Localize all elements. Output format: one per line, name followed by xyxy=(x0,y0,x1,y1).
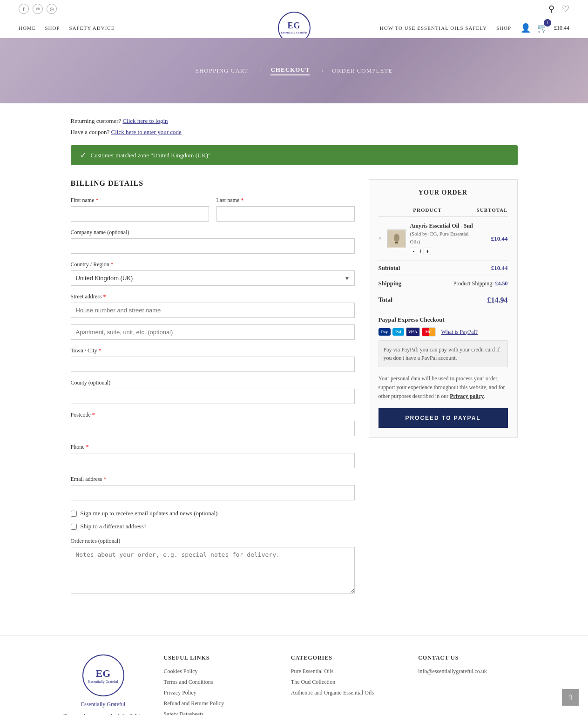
login-link[interactable]: Click here to login xyxy=(122,117,168,124)
nav-shop[interactable]: SHOP xyxy=(45,25,60,31)
footer-cat-oud[interactable]: The Oud Collection xyxy=(291,679,399,686)
qty-increase-button[interactable]: + xyxy=(424,248,431,255)
qty-decrease-button[interactable]: - xyxy=(410,248,417,255)
breadcrumb-arrow-2: → xyxy=(317,67,324,75)
footer-email[interactable]: info@essentiallygrateful.co.uk xyxy=(418,668,527,675)
facebook-icon[interactable]: f xyxy=(19,4,29,14)
email-input[interactable] xyxy=(71,485,355,500)
footer-safety[interactable]: Safety Datasheets xyxy=(164,711,272,715)
footer-terms[interactable]: Terms and Conditions xyxy=(164,679,272,686)
footer-contact: CONTACT US info@essentiallygrateful.co.u… xyxy=(418,654,527,679)
returning-line: Returning customer? Click here to login xyxy=(71,117,518,125)
top-bar-right: ⚲ ♡ xyxy=(548,4,569,14)
user-icon[interactable]: 👤 xyxy=(520,23,531,33)
cart-price: £10.44 xyxy=(554,25,569,32)
proceed-to-paypal-button[interactable]: PROCEED TO PAYPAL xyxy=(378,408,508,428)
subtotal-label: Subtotal xyxy=(378,264,400,272)
wishlist-icon[interactable]: ♡ xyxy=(562,4,569,14)
footer-cat-pure[interactable]: Pure Essential Oils xyxy=(291,668,399,675)
paypal-what-link[interactable]: What is PayPal? xyxy=(441,329,478,336)
footer-cat-organic[interactable]: Authentic and Organic Essential Oils xyxy=(291,689,399,696)
last-name-label: Last name * xyxy=(216,197,355,204)
county-input[interactable] xyxy=(71,389,355,404)
postcode-label: Postcode * xyxy=(71,411,355,418)
total-value: £14.94 xyxy=(487,296,508,304)
nav-safety[interactable]: SAFETY ADVICE xyxy=(69,25,115,31)
footer-refund[interactable]: Refund and Returns Policy xyxy=(164,700,272,707)
order-summary: YOUR ORDER PRODUCT SUBTOTAL × xyxy=(369,179,518,438)
total-label: Total xyxy=(378,297,393,304)
cart-badge: 1 xyxy=(544,19,551,27)
nav-home[interactable]: HOME xyxy=(19,25,35,31)
mastercard-logo: MC xyxy=(422,327,436,337)
nav-shop-right[interactable]: SHOP xyxy=(496,25,511,31)
email-icon[interactable]: ✉ xyxy=(33,4,43,14)
product-meta: (Sold by: EG, Pure Essential Oils) xyxy=(410,230,476,245)
product-thumbnail xyxy=(387,229,406,248)
notes-textarea[interactable] xyxy=(71,547,355,594)
privacy-policy-link[interactable]: Privacy policy xyxy=(450,393,484,399)
town-input[interactable] xyxy=(71,357,355,372)
footer-brand-name: Essentially Grateful xyxy=(61,701,145,708)
footer-cookies[interactable]: Cookies Policy xyxy=(164,668,272,675)
main-content: Returning customer? Click here to login … xyxy=(61,103,527,607)
hero-banner: SHOPPING CART → CHECKOUT → ORDER COMPLET… xyxy=(0,38,588,103)
subtotal-row: Subtotal £10.44 xyxy=(378,261,508,276)
country-select[interactable]: United Kingdom (UK) xyxy=(71,270,355,286)
nav-how-to[interactable]: HOW TO USE ESSENTIAL OILS SAFELY xyxy=(380,25,487,31)
back-to-top-button[interactable]: ⇧ xyxy=(562,689,579,706)
footer: EG Essentially Grateful Essentially Grat… xyxy=(0,635,588,715)
order-title: YOUR ORDER xyxy=(378,189,508,196)
newsletter-checkbox[interactable] xyxy=(71,511,77,517)
paypal-title: Paypal Express Checkout xyxy=(378,316,508,324)
ship-different-label[interactable]: Ship to a different address? xyxy=(81,523,147,530)
social-links: f ✉ ◎ xyxy=(19,4,57,14)
postcode-input[interactable] xyxy=(71,421,355,436)
footer-privacy[interactable]: Privacy Policy xyxy=(164,689,272,696)
paypal-logos: Pay Pal VISA MC What is PayPal? xyxy=(378,327,508,337)
newsletter-label[interactable]: Sign me up to receive email updates and … xyxy=(81,510,218,517)
breadcrumb-shopping-cart[interactable]: SHOPPING CART xyxy=(196,67,249,74)
nav-left: HOME SHOP SAFETY ADVICE xyxy=(19,25,115,31)
company-label: Company name (optional) xyxy=(71,229,355,236)
notes-label: Order notes (optional) xyxy=(71,538,355,545)
coupon-link[interactable]: Click here to enter your code xyxy=(111,128,182,135)
first-name-group: First name * xyxy=(71,197,209,222)
useful-links-title: USEFUL LINKS xyxy=(164,654,272,661)
paypal-logo: Pay xyxy=(378,328,391,336)
footer-logo: EG Essentially Grateful xyxy=(82,654,124,696)
footer-logo-col: EG Essentially Grateful Essentially Grat… xyxy=(61,654,145,715)
first-name-input[interactable] xyxy=(71,206,209,222)
search-icon[interactable]: ⚲ xyxy=(548,4,554,14)
product-header: PRODUCT xyxy=(378,203,477,217)
svg-point-1 xyxy=(394,234,399,242)
coupon-line: Have a coupon? Click here to enter your … xyxy=(71,128,518,136)
breadcrumb-checkout[interactable]: CHECKOUT xyxy=(270,66,310,75)
instagram-icon[interactable]: ◎ xyxy=(47,4,57,14)
paypal-logo-2: Pal xyxy=(392,328,404,336)
cart-icon[interactable]: 🛒 1 xyxy=(537,23,547,33)
remove-item-button[interactable]: × xyxy=(378,235,382,243)
product-info: Amyris Essential Oil - 5ml (Sold by: EG,… xyxy=(410,222,476,256)
product-cell: × Amyris Essential Oil - 5ml xyxy=(378,222,477,256)
footer-tagline: Please make sure you check the Safety Ad… xyxy=(61,712,145,715)
nav-right: HOW TO USE ESSENTIAL OILS SAFELY SHOP 👤 … xyxy=(380,23,569,33)
personal-data-text: Your personal data will be used to proce… xyxy=(378,374,508,401)
country-label: Country / Region * xyxy=(71,261,355,268)
svg-rect-2 xyxy=(395,242,398,243)
product-name: Amyris Essential Oil - 5ml xyxy=(410,222,476,230)
contact-title: CONTACT US xyxy=(418,654,527,661)
phone-input[interactable] xyxy=(71,453,355,468)
street-input[interactable] xyxy=(71,303,355,318)
subtotal-header: SUBTOTAL xyxy=(477,203,508,217)
header-icons: 👤 🛒 1 £10.44 xyxy=(520,23,569,33)
county-label: County (optional) xyxy=(71,379,355,386)
product-row: × Amyris Essential Oil - 5ml xyxy=(378,217,508,261)
last-name-input[interactable] xyxy=(216,206,355,222)
header: HOME SHOP SAFETY ADVICE EG Essentially G… xyxy=(0,18,588,38)
ship-different-checkbox[interactable] xyxy=(71,524,77,530)
breadcrumb-order-complete[interactable]: ORDER COMPLETE xyxy=(332,67,392,74)
street2-input[interactable] xyxy=(71,324,355,340)
company-input[interactable] xyxy=(71,238,355,254)
total-row: Total £14.94 xyxy=(378,291,508,309)
